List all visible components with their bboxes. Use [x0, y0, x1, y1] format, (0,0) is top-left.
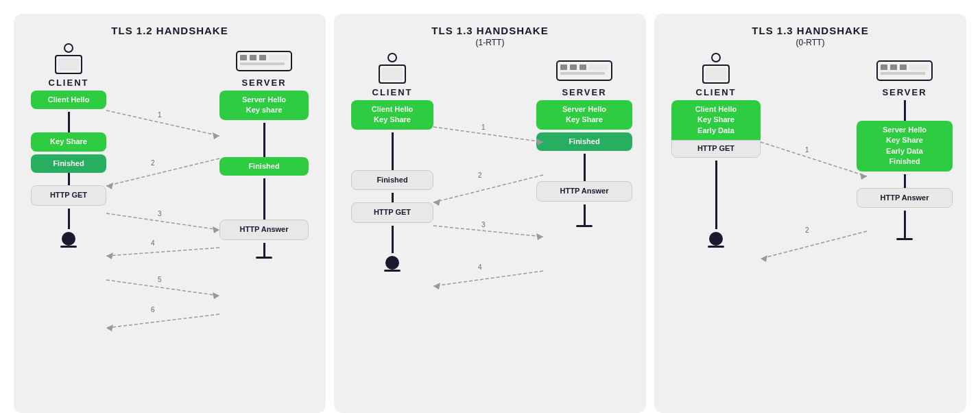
- svg-text:2: 2: [151, 159, 155, 167]
- http-get-box-tls12: HTTP GET: [31, 185, 106, 205]
- svg-rect-35: [560, 72, 605, 75]
- svg-line-45: [433, 271, 543, 286]
- http-answer-box-0rtt: HTTP Answer: [857, 188, 953, 208]
- svg-rect-53: [890, 64, 897, 70]
- svg-rect-55: [909, 64, 929, 70]
- client-label-tls12: CLIENT: [49, 78, 89, 88]
- svg-line-9: [106, 110, 219, 136]
- svg-marker-43: [536, 233, 543, 240]
- panel-tls13-1rtt-subtitle: (1-RTT): [476, 38, 505, 47]
- server-foot-1rtt: [576, 225, 593, 227]
- key-share-box: Key Share: [31, 132, 106, 151]
- svg-rect-8: [240, 62, 285, 65]
- svg-rect-32: [570, 64, 577, 70]
- finished-gray-box: Finished: [351, 170, 433, 190]
- svg-rect-54: [900, 64, 907, 70]
- svg-rect-6: [259, 55, 266, 60]
- finished-box-client: Finished: [31, 154, 106, 173]
- server-combined-box-0rtt: Server HelloKey ShareEarly DataFinished: [857, 121, 953, 172]
- client-icon-tls13-1rtt: [374, 53, 411, 84]
- svg-text:2: 2: [478, 172, 482, 179]
- svg-text:3: 3: [481, 221, 486, 228]
- svg-rect-51: [877, 61, 932, 80]
- svg-marker-46: [433, 283, 440, 290]
- svg-point-48: [712, 54, 720, 62]
- server-icon-tls13-0rtt: [874, 53, 935, 84]
- client-foot-tls12: [60, 246, 77, 248]
- svg-text:3: 3: [158, 210, 162, 217]
- server-label-tls12: SERVER: [241, 78, 286, 88]
- svg-line-21: [106, 280, 219, 296]
- http-get-box-1rtt: HTTP GET: [351, 202, 433, 222]
- svg-text:4: 4: [478, 263, 482, 271]
- svg-rect-4: [240, 55, 247, 60]
- svg-rect-52: [881, 64, 887, 70]
- svg-line-36: [433, 127, 543, 142]
- server-label-tls13-1rtt: SERVER: [562, 87, 606, 97]
- svg-rect-56: [881, 72, 925, 75]
- svg-line-42: [433, 226, 543, 237]
- panel-tls13-1rtt-title: TLS 1.3 HANDSHAKE: [431, 25, 548, 36]
- panel-tls12-title: TLS 1.2 HANDSHAKE: [111, 25, 228, 36]
- server-foot-0rtt: [896, 238, 913, 240]
- svg-rect-7: [269, 55, 288, 60]
- client-foot-1rtt: [384, 270, 401, 272]
- svg-rect-34: [589, 64, 608, 70]
- http-answer-box-1rtt: HTTP Answer: [536, 181, 632, 201]
- svg-text:6: 6: [151, 306, 155, 314]
- svg-text:1: 1: [481, 123, 486, 131]
- client-label-tls13-1rtt: CLIENT: [372, 87, 413, 97]
- diagrams-container: TLS 1.2 HANDSHAKE CLIENT Client Hello Ke…: [7, 7, 973, 413]
- svg-rect-33: [579, 64, 586, 70]
- svg-marker-22: [213, 292, 219, 299]
- server-hello-box-tls12: Server HelloKey share: [219, 91, 309, 120]
- server-icon-tls12: [233, 43, 295, 75]
- server-label-tls13-0rtt: SERVER: [882, 87, 927, 97]
- svg-text:1: 1: [158, 111, 162, 119]
- client-label-tls13-0rtt: CLIENT: [696, 87, 737, 97]
- svg-line-12: [106, 158, 219, 186]
- svg-rect-29: [382, 68, 403, 80]
- finished-green-dark-box: Finished: [536, 132, 632, 151]
- svg-rect-50: [706, 68, 726, 80]
- svg-point-0: [64, 44, 73, 52]
- server-icon-tls13-1rtt: [553, 53, 615, 84]
- svg-rect-31: [560, 64, 567, 70]
- svg-marker-25: [106, 324, 113, 331]
- svg-rect-5: [250, 55, 256, 60]
- client-hello-box: Client Hello: [31, 91, 106, 109]
- svg-point-27: [388, 54, 396, 62]
- svg-text:1: 1: [805, 146, 809, 154]
- panel-tls13-0rtt: TLS 1.3 HANDSHAKE (0-RTT) CLIENT Client …: [654, 14, 966, 413]
- svg-line-15: [106, 213, 219, 230]
- svg-rect-3: [237, 51, 291, 71]
- svg-text:5: 5: [158, 276, 162, 283]
- http-answer-box-tls12: HTTP Answer: [219, 220, 309, 239]
- client-dot-1rtt: [385, 256, 399, 270]
- svg-rect-2: [58, 58, 79, 71]
- svg-line-39: [433, 175, 543, 202]
- client-dot-tls12: [62, 232, 75, 246]
- client-http-get-0rtt: HTTP GET: [671, 140, 761, 157]
- svg-marker-19: [106, 252, 113, 259]
- svg-line-18: [106, 248, 219, 256]
- svg-line-60: [761, 231, 867, 259]
- svg-line-57: [761, 142, 867, 176]
- client-combined-box: Client HelloKey ShareEarly Data: [671, 100, 761, 140]
- panel-tls12: TLS 1.2 HANDSHAKE CLIENT Client Hello Ke…: [14, 14, 326, 413]
- panel-tls13-0rtt-title: TLS 1.3 HANDSHAKE: [752, 25, 868, 36]
- client-icon-tls12: [50, 43, 87, 75]
- client-icon-tls13-0rtt: [697, 53, 734, 84]
- panel-tls13-1rtt: TLS 1.3 HANDSHAKE (1-RTT) CLIENT Client …: [334, 14, 646, 413]
- svg-line-24: [106, 314, 219, 328]
- svg-marker-61: [761, 255, 767, 262]
- svg-rect-30: [557, 61, 612, 80]
- server-hello-key-share-box: Server HelloKey Share: [536, 100, 632, 130]
- server-foot-tls12: [256, 257, 272, 259]
- client-hello-key-share-box: Client HelloKey Share: [351, 100, 433, 130]
- svg-text:2: 2: [805, 226, 809, 234]
- finished-box-server: Finished: [219, 157, 309, 176]
- panel-tls13-0rtt-subtitle: (0-RTT): [796, 38, 825, 47]
- client-foot-0rtt: [708, 246, 724, 248]
- svg-text:4: 4: [151, 239, 155, 247]
